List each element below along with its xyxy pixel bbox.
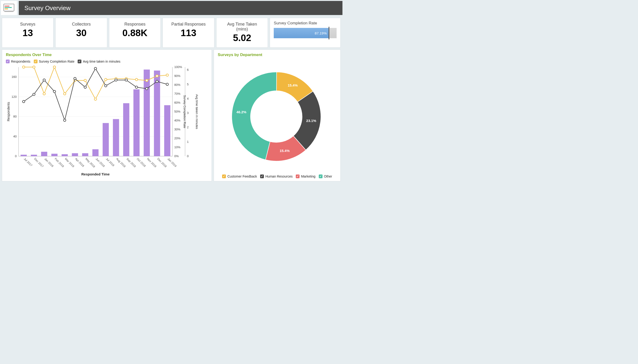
legend-swatch: ✓ [34,60,38,63]
svg-point-86 [33,93,35,96]
kpi-value: 13 [7,28,48,38]
panel-respondents-over-time: Respondents Over Time ✓ Respondents ✓ Su… [2,50,212,181]
svg-text:15.4%: 15.4% [288,83,298,87]
svg-point-98 [156,80,158,82]
svg-rect-43 [92,149,98,156]
legend-swatch: ✓ [296,174,300,178]
panel-title: Respondents Over Time [6,52,208,57]
svg-point-77 [94,98,97,100]
kpi-partial-responses: Partial Responses 113 [162,18,214,48]
svg-text:May 2018: May 2018 [85,157,96,168]
monitor-icon [4,4,14,12]
kpi-row: Surveys 13 Collectors 30 Responses 0.88K… [0,16,342,50]
svg-point-91 [84,86,86,88]
kpi-value: 113 [168,28,209,38]
panel-title: Surveys by Department [218,52,336,57]
svg-point-82 [146,79,148,82]
legend-label: Marketing [301,174,315,178]
donut-chart: 15.4%23.1%15.4%46.2% [218,59,335,172]
svg-text:Jan 2019: Jan 2019 [167,157,177,168]
svg-text:20%: 20% [174,136,180,140]
kpi-avg-time: Avg Time Taken (mins) 5.02 [216,18,268,48]
svg-text:2: 2 [187,126,188,129]
kpi-value: 0.88K [114,28,156,38]
svg-point-99 [166,83,168,86]
svg-point-85 [22,100,25,103]
svg-rect-2 [5,7,12,8]
progress-bar: 87.19% [274,28,336,38]
svg-text:23.1%: 23.1% [306,119,316,123]
svg-text:Feb 2018: Feb 2018 [54,157,65,168]
svg-text:Apr 2018: Apr 2018 [74,157,85,168]
svg-rect-42 [82,153,88,156]
legend-avg-time[interactable]: ✓ Avg time taken in minutes [78,60,120,63]
svg-text:10%: 10% [174,146,180,149]
kpi-label: Responses [114,22,156,27]
kpi-label: Avg Time Taken (mins) [221,22,263,32]
svg-text:Jan 2018: Jan 2018 [44,157,54,168]
legend-swatch: ✓ [6,60,10,63]
legend-human-resources[interactable]: ✓ Human Resources [260,174,292,178]
legend-label: Survey Completion Rate [39,60,74,63]
legend-swatch: ✓ [222,174,226,178]
legend-label: Human Resources [265,174,292,178]
svg-text:70%: 70% [174,92,180,96]
svg-text:0: 0 [187,154,188,158]
svg-rect-37 [31,155,37,156]
svg-rect-36 [21,155,27,156]
page-title-bar: Survey Overview [19,1,342,15]
svg-text:100%: 100% [174,65,182,69]
svg-text:Sep 2018: Sep 2018 [126,157,136,168]
legend-swatch: ✓ [319,174,322,178]
page-title: Survey Overview [24,4,70,12]
legend-customer-feedback[interactable]: ✓ Customer Feedback [222,174,257,178]
svg-text:Mar 2018: Mar 2018 [64,157,75,168]
svg-rect-38 [41,152,47,156]
svg-point-96 [135,86,138,88]
svg-point-83 [156,75,158,77]
svg-point-74 [64,93,66,95]
svg-point-72 [43,93,45,95]
svg-point-90 [74,78,76,80]
legend-label: Other [324,174,332,178]
combo-legend: ✓ Respondents ✓ Survey Completion Rate ✓… [6,60,208,63]
svg-text:Aug 2018: Aug 2018 [116,157,126,168]
charts-row: Respondents Over Time ✓ Respondents ✓ Su… [0,50,342,183]
kpi-value: 5.02 [221,32,263,43]
svg-rect-50 [164,105,170,156]
legend-label: Customer Feedback [227,174,257,178]
svg-rect-46 [123,103,129,156]
panel-surveys-by-department: Surveys by Department 15.4%23.1%15.4%46.… [214,50,340,181]
svg-text:40: 40 [13,134,17,138]
svg-text:40%: 40% [174,119,180,122]
svg-point-84 [166,74,168,76]
svg-point-78 [104,78,107,81]
svg-point-71 [33,66,35,68]
legend-scr[interactable]: ✓ Survey Completion Rate [34,60,74,63]
svg-point-81 [135,78,138,81]
svg-point-88 [53,90,56,93]
app-logo [1,1,17,15]
svg-text:4: 4 [187,97,188,100]
svg-text:Survey Completion Rate: Survey Completion Rate [183,95,186,128]
svg-point-92 [94,67,97,70]
svg-text:0%: 0% [174,154,179,158]
progress-tick [328,27,329,40]
svg-text:90%: 90% [174,74,180,78]
svg-text:80%: 80% [174,83,180,86]
svg-text:6: 6 [187,68,188,72]
svg-text:Jul 2018: Jul 2018 [105,157,115,167]
svg-point-76 [84,79,86,82]
svg-text:46.2%: 46.2% [236,110,246,114]
legend-other[interactable]: ✓ Other [319,174,332,178]
svg-text:80: 80 [13,115,17,118]
svg-point-70 [22,66,25,68]
kpi-value: 30 [60,28,102,38]
header: Survey Overview [0,0,342,16]
svg-text:50%: 50% [174,110,180,113]
legend-marketing[interactable]: ✓ Marketing [296,174,315,178]
legend-respondents[interactable]: ✓ Respondents [6,60,30,63]
kpi-responses: Responses 0.88K [109,18,161,48]
svg-rect-48 [144,70,150,156]
svg-rect-39 [51,154,58,156]
